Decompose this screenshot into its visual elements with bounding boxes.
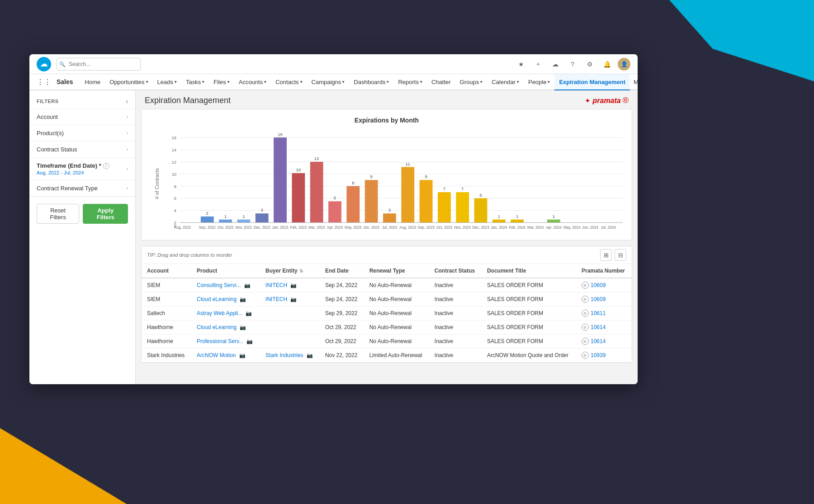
cell-pramata-number: ⊙ 10609 [576, 278, 632, 292]
nav-item-leads[interactable]: Leads ▾ [153, 74, 181, 90]
nav-item-tasks[interactable]: Tasks ▾ [181, 74, 209, 90]
nav-item-home[interactable]: Home [80, 74, 105, 90]
filter-products[interactable]: Product(s) › [29, 125, 135, 141]
camera-icon: 📷 [244, 283, 251, 288]
settings-icon[interactable]: ⚙ [583, 58, 596, 71]
export-icon-btn[interactable]: ⊞ [600, 249, 612, 261]
svg-text:10: 10 [296, 167, 301, 172]
help-icon[interactable]: ? [566, 58, 579, 71]
cell-account: SIEM [142, 292, 191, 306]
notifications-icon[interactable]: 🔔 [601, 58, 613, 71]
product-link[interactable]: Astray Web Appli... [197, 310, 242, 316]
svg-text:1: 1 [242, 214, 245, 219]
col-document-title: Document Title [482, 264, 576, 278]
y-axis-label-wrap: # of Contracts [151, 131, 163, 236]
svg-text:1: 1 [498, 214, 500, 219]
cell-pramata-number: ⊙ 10614 [576, 320, 632, 334]
top-nav-icons: ★ ＋ ☁ ? ⚙ 🔔 👤 [515, 58, 630, 71]
buyer-link[interactable]: INITECH [265, 282, 287, 288]
svg-text:7: 7 [461, 186, 464, 191]
page-content: FILTERS ‹ Account › Product(s) › Contrac… [29, 90, 638, 384]
pramata-number-cell: ⊙ 10609 [582, 296, 626, 303]
nav-item-opportunities[interactable]: Opportunities ▾ [105, 74, 152, 90]
svg-text:Sep, 2023: Sep, 2023 [418, 226, 435, 230]
nav-item-people[interactable]: People ▾ [524, 74, 554, 90]
search-input[interactable] [57, 58, 141, 71]
svg-text:10: 10 [171, 172, 176, 177]
nav-item-chatter[interactable]: Chatter [427, 74, 455, 90]
svg-text:Dec, 2022: Dec, 2022 [254, 226, 271, 230]
camera-icon: 📷 [240, 325, 246, 330]
y-axis-label: # of Contracts [154, 168, 160, 199]
svg-text:3: 3 [388, 207, 391, 212]
app-menu-icon[interactable]: ⋮⋮ [37, 78, 51, 86]
user-avatar[interactable]: 👤 [618, 58, 630, 71]
buyer-link[interactable]: Stark Industries [265, 352, 303, 358]
filter-renewal-type-caret: › [127, 186, 128, 191]
product-link[interactable]: Cloud eLearning [197, 296, 237, 302]
nav-item-files[interactable]: Files ▾ [209, 74, 234, 90]
cell-document-title: SALES ORDER FORM [482, 306, 576, 320]
nav-item-accounts[interactable]: Accounts ▾ [234, 74, 271, 90]
cell-contract-status: Inactive [429, 349, 482, 363]
nav-item-expiration-management[interactable]: Expiration Management [554, 74, 630, 90]
product-link[interactable]: ArcNOW Motion [197, 352, 236, 358]
nav-item-calendar[interactable]: Calendar ▾ [487, 74, 524, 90]
svg-text:5: 5 [334, 195, 336, 200]
table-row: SIEM Consulting Servi... 📷 INITECH 📷 Sep… [142, 278, 632, 292]
tip-text: TIP: Drag and drop columns to reorder [147, 252, 232, 258]
svg-text:Jul, 2023: Jul, 2023 [382, 226, 398, 230]
chart-container: Expirations by Month # of Contracts [141, 109, 632, 240]
col-account: Account [142, 264, 191, 278]
apply-filters-button[interactable]: Apply Filters [83, 204, 128, 224]
buyer-link[interactable]: INITECH [265, 296, 287, 302]
product-link[interactable]: Professional Serv... [197, 338, 243, 344]
svg-text:Aug, 2023: Aug, 2023 [399, 226, 416, 230]
page-header: Expiration Management ✦ pramata ® [136, 90, 638, 109]
table-row: Hawthorne Professional Serv... 📷 Oct 29,… [142, 334, 632, 349]
table-area: TIP: Drag and drop columns to reorder ⊞ … [141, 246, 632, 363]
filters-collapse-icon[interactable]: ‹ [126, 98, 128, 105]
nav-item-groups[interactable]: Groups ▾ [455, 74, 487, 90]
settings-icon-btn[interactable]: ⊟ [615, 249, 626, 261]
nav-item-dashboards[interactable]: Dashboards ▾ [349, 74, 393, 90]
svg-text:Oct, 2022: Oct, 2022 [218, 226, 234, 230]
filter-contract-status[interactable]: Contract Status › [29, 141, 135, 157]
product-link[interactable]: Consulting Servi... [197, 282, 241, 288]
nav-item-campaigns[interactable]: Campaigns ▾ [307, 74, 350, 90]
camera-icon: 📷 [290, 297, 297, 302]
camera-icon: 📷 [246, 339, 253, 344]
filter-timeframe[interactable]: Timeframe (End Date) * i Aug, 2022 - Jul… [29, 157, 135, 180]
bar-may2023 [346, 186, 360, 223]
filter-account-label: Account [37, 113, 58, 120]
cell-buyer-entity: INITECH 📷 [260, 278, 320, 292]
pramata-link[interactable]: 10609 [591, 282, 606, 288]
cell-document-title: ArcNOW Motion Quote and Order [482, 349, 576, 363]
filters-title: FILTERS [37, 99, 59, 104]
cell-product: Cloud eLearning 📷 [191, 320, 260, 334]
nav-item-contacts[interactable]: Contacts ▾ [271, 74, 307, 90]
add-icon[interactable]: ＋ [532, 58, 544, 71]
cell-renewal-type: No Auto-Renewal [364, 278, 429, 292]
filter-account[interactable]: Account › [29, 108, 135, 125]
favorites-icon[interactable]: ★ [515, 58, 527, 71]
nav-more-button[interactable]: More ▾ [630, 79, 638, 85]
table-actions: ⊞ ⊟ [600, 249, 626, 261]
salesforce-logo[interactable]: ☁ [37, 57, 51, 71]
cell-product: Consulting Servi... 📷 [191, 278, 260, 292]
pramata-link[interactable]: 10939 [591, 352, 606, 358]
pramata-link[interactable]: 10609 [591, 296, 606, 302]
cell-product: ArcNOW Motion 📷 [191, 349, 260, 363]
bar-jul2023 [383, 213, 396, 222]
pramata-link[interactable]: 10611 [591, 310, 606, 316]
svg-text:15: 15 [278, 132, 283, 137]
product-link[interactable]: Cloud eLearning [197, 324, 237, 330]
pramata-link[interactable]: 10614 [591, 338, 606, 344]
cloud-icon[interactable]: ☁ [549, 58, 562, 71]
table-row: SIEM Cloud eLearning 📷 INITECH 📷 Sep 24,… [142, 292, 632, 306]
svg-text:Jul, 2024: Jul, 2024 [601, 226, 616, 230]
nav-item-reports[interactable]: Reports ▾ [393, 74, 427, 90]
pramata-link[interactable]: 10614 [591, 324, 606, 330]
filter-renewal-type[interactable]: Contract Renewal Type › [29, 180, 135, 196]
reset-filters-button[interactable]: Reset Filters [37, 204, 79, 224]
